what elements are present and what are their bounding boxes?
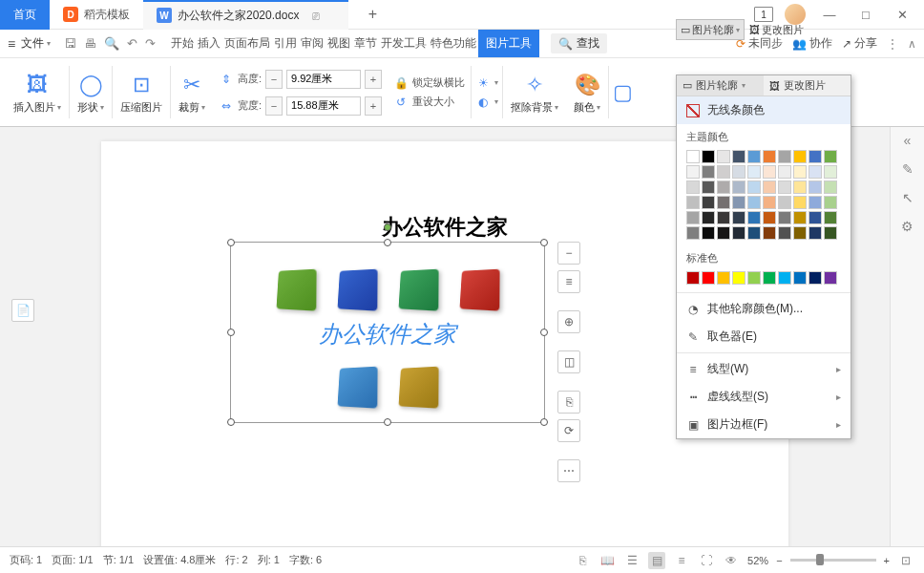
color-swatch[interactable] [793, 271, 807, 285]
color-swatch[interactable] [717, 196, 730, 209]
crop-group[interactable]: ✂ 裁剪▾ [171, 58, 213, 126]
sidebar-expand-icon[interactable]: « [904, 133, 912, 148]
crop-tool-button[interactable]: ◫ [557, 350, 580, 373]
zoom-thumb[interactable] [816, 554, 824, 565]
tab-doke-templates[interactable]: D 稻壳模板 [50, 0, 143, 30]
color-swatch[interactable] [808, 180, 822, 194]
color-swatch[interactable] [824, 150, 837, 163]
color-swatch[interactable] [747, 165, 761, 179]
tab-sections[interactable]: 章节 [352, 30, 379, 57]
resize-handle-tr[interactable] [540, 239, 548, 246]
print-icon[interactable]: 🖶 [84, 36, 96, 51]
zoom-slider[interactable] [790, 559, 876, 562]
compress-group[interactable]: ⊡ 压缩图片 [113, 58, 170, 126]
color-swatch[interactable] [717, 165, 730, 179]
redo-icon[interactable]: ↷ [145, 36, 156, 51]
resize-handle-tl[interactable] [227, 239, 235, 246]
color-swatch[interactable] [686, 271, 700, 285]
color-swatch[interactable] [824, 226, 837, 240]
color-swatch[interactable] [763, 211, 776, 224]
change-picture-button[interactable]: 🖼 更改图片 [745, 19, 808, 40]
status-page-num[interactable]: 页码: 1 [10, 553, 42, 567]
zoom-out-btn[interactable]: − [776, 555, 782, 566]
file-menu[interactable]: 文件 ▾ [21, 35, 51, 52]
color-swatch[interactable] [747, 271, 761, 285]
color-swatch[interactable] [763, 180, 776, 194]
tab-special[interactable]: 特色功能 [429, 30, 478, 57]
pencil-icon[interactable]: ✎ [902, 161, 914, 177]
color-swatch[interactable] [732, 180, 746, 194]
color-swatch[interactable] [732, 196, 746, 209]
color-swatch[interactable] [702, 180, 715, 194]
app-menu-icon[interactable]: ≡ [8, 36, 15, 52]
width-increase[interactable]: + [365, 96, 382, 116]
color-swatch[interactable] [702, 271, 715, 285]
color-swatch[interactable] [808, 150, 822, 163]
tab-home[interactable]: 首页 [0, 0, 50, 30]
color-swatch[interactable] [808, 165, 822, 179]
picture-border-row[interactable]: ▣ 图片边框(F) ▸ [677, 411, 850, 438]
popup-outline-tab[interactable]: ▭ 图片轮廓 ▾ [677, 75, 764, 96]
color-swatch[interactable] [778, 211, 791, 224]
line-type-row[interactable]: ≡ 线型(W) ▸ [677, 355, 850, 383]
view-read-icon[interactable]: ⎘ [574, 552, 591, 569]
new-tab-button[interactable]: + [358, 6, 387, 23]
zoom-in-btn[interactable]: + [884, 555, 890, 566]
height-input[interactable] [286, 70, 361, 89]
view-book-icon[interactable]: 📖 [598, 552, 616, 569]
resize-handle-b[interactable] [384, 418, 391, 426]
color-swatch[interactable] [763, 165, 776, 179]
brightness[interactable]: ☀▾ [475, 75, 498, 91]
color-swatch[interactable] [702, 165, 715, 179]
color-swatch[interactable] [793, 165, 807, 179]
save-icon[interactable]: 🖫 [64, 36, 76, 51]
view-outline-icon[interactable]: ☰ [623, 552, 640, 569]
color-swatch[interactable] [778, 226, 791, 240]
color-swatch[interactable] [732, 211, 746, 224]
color-swatch[interactable] [808, 226, 822, 240]
color-swatch[interactable] [778, 180, 791, 194]
width-decrease[interactable]: − [265, 96, 283, 116]
color-swatch[interactable] [717, 211, 730, 224]
zoom-out-button[interactable]: − [557, 242, 580, 265]
color-swatch[interactable] [824, 211, 837, 224]
tab-layout[interactable]: 页面布局 [222, 30, 272, 57]
zoom-level[interactable]: 52% [747, 555, 768, 566]
color-swatch[interactable] [717, 180, 730, 194]
status-section[interactable]: 节: 1/1 [103, 553, 134, 567]
no-outline-row[interactable]: 无线条颜色 [677, 96, 850, 124]
color-swatch[interactable] [747, 196, 761, 209]
search-box[interactable]: 🔍 查找 [551, 33, 607, 53]
color-swatch[interactable] [747, 226, 761, 240]
color-swatch[interactable] [824, 196, 837, 209]
tab-document[interactable]: W 办公软件之家2020.docx ⎚ [143, 0, 348, 30]
maximize-button[interactable]: □ [853, 8, 878, 22]
color-swatch[interactable] [717, 150, 730, 163]
minimize-button[interactable]: — [817, 8, 842, 22]
selected-image[interactable]: 办公软件之家 [230, 242, 545, 423]
tab-picture-tools[interactable]: 图片工具 [478, 30, 539, 57]
resize-handle-t[interactable] [384, 239, 391, 246]
tab-insert[interactable]: 插入 [196, 30, 222, 57]
close-button[interactable]: ✕ [890, 8, 914, 22]
width-input[interactable] [286, 96, 361, 116]
color-swatch[interactable] [717, 271, 730, 285]
color-swatch[interactable] [763, 226, 776, 240]
shape-group[interactable]: ◯ 形状▾ [70, 58, 112, 126]
picture-outline-button[interactable]: ▭ 图片轮廓 ▾ [676, 19, 745, 40]
color-swatch[interactable] [686, 150, 700, 163]
color-swatch[interactable] [778, 196, 791, 209]
color-swatch[interactable] [686, 211, 700, 224]
expand-icon[interactable]: ∧ [908, 37, 916, 51]
reset-size[interactable]: ↺ 重设大小 [393, 95, 465, 110]
view-fullscreen-icon[interactable]: ⛶ [698, 552, 715, 569]
style-group[interactable]: ▢ [609, 58, 637, 126]
tab-references[interactable]: 引用 [272, 30, 299, 57]
zoom-in-button[interactable]: ⊕ [557, 310, 580, 333]
color-swatch[interactable] [732, 271, 746, 285]
popup-change-tab[interactable]: 🖼 更改图片 [764, 75, 850, 96]
tab-view[interactable]: 视图 [326, 30, 352, 57]
tab-devtools[interactable]: 开发工具 [379, 30, 429, 57]
color-swatch[interactable] [763, 196, 776, 209]
tab-start[interactable]: 开始 [169, 30, 196, 57]
